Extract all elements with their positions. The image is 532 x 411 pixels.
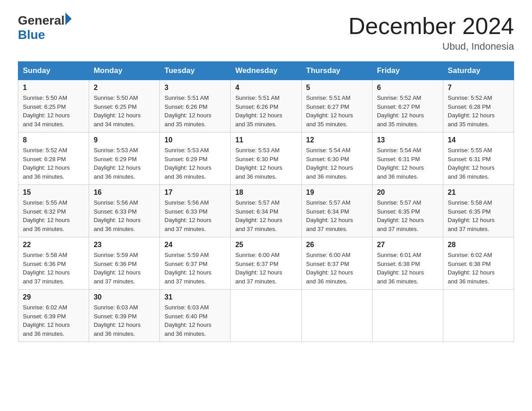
calendar-header: SundayMondayTuesdayWednesdayThursdayFrid… xyxy=(18,62,514,80)
day-number: 3 xyxy=(164,84,226,92)
header-thursday: Thursday xyxy=(301,62,372,80)
header-friday: Friday xyxy=(372,62,443,80)
calendar-cell: 8Sunrise: 5:52 AMSunset: 6:28 PMDaylight… xyxy=(18,133,89,185)
logo: General Blue xyxy=(18,13,72,42)
day-info: Sunrise: 6:02 AMSunset: 6:38 PMDaylight:… xyxy=(448,251,509,286)
calendar-cell: 6Sunrise: 5:52 AMSunset: 6:27 PMDaylight… xyxy=(372,80,443,133)
calendar-cell: 22Sunrise: 5:58 AMSunset: 6:36 PMDayligh… xyxy=(18,237,89,290)
day-info: Sunrise: 5:51 AMSunset: 6:26 PMDaylight:… xyxy=(164,94,226,128)
day-number: 31 xyxy=(164,293,226,301)
week-row-4: 22Sunrise: 5:58 AMSunset: 6:36 PMDayligh… xyxy=(18,237,514,290)
day-info: Sunrise: 6:03 AMSunset: 6:39 PMDaylight:… xyxy=(94,303,155,338)
calendar-cell xyxy=(301,290,372,342)
day-number: 6 xyxy=(377,84,438,92)
week-row-5: 29Sunrise: 6:02 AMSunset: 6:39 PMDayligh… xyxy=(18,290,514,342)
calendar-cell: 27Sunrise: 6:01 AMSunset: 6:38 PMDayligh… xyxy=(372,237,443,290)
calendar-cell: 13Sunrise: 5:54 AMSunset: 6:31 PMDayligh… xyxy=(372,133,443,185)
day-number: 12 xyxy=(306,136,368,144)
day-info: Sunrise: 6:03 AMSunset: 6:40 PMDaylight:… xyxy=(164,303,226,338)
day-info: Sunrise: 5:58 AMSunset: 6:35 PMDaylight:… xyxy=(448,198,509,233)
header-row: SundayMondayTuesdayWednesdayThursdayFrid… xyxy=(18,62,514,80)
page-header: General Blue December 2024 Ubud, Indones… xyxy=(18,13,514,52)
day-info: Sunrise: 5:57 AMSunset: 6:34 PMDaylight:… xyxy=(235,198,296,233)
month-title: December 2024 xyxy=(348,13,514,39)
header-wednesday: Wednesday xyxy=(231,62,301,80)
calendar-cell: 2Sunrise: 5:50 AMSunset: 6:25 PMDaylight… xyxy=(89,80,160,133)
day-info: Sunrise: 5:56 AMSunset: 6:33 PMDaylight:… xyxy=(94,198,155,233)
day-info: Sunrise: 5:55 AMSunset: 6:31 PMDaylight:… xyxy=(448,146,509,181)
calendar-table: SundayMondayTuesdayWednesdayThursdayFrid… xyxy=(18,61,514,342)
header-tuesday: Tuesday xyxy=(160,62,231,80)
day-info: Sunrise: 5:51 AMSunset: 6:26 PMDaylight:… xyxy=(235,94,296,128)
header-saturday: Saturday xyxy=(443,62,514,80)
day-number: 18 xyxy=(235,188,296,197)
calendar-cell: 1Sunrise: 5:50 AMSunset: 6:25 PMDaylight… xyxy=(18,80,89,133)
calendar-cell: 20Sunrise: 5:57 AMSunset: 6:35 PMDayligh… xyxy=(372,185,443,237)
day-info: Sunrise: 5:53 AMSunset: 6:29 PMDaylight:… xyxy=(94,146,155,181)
calendar-cell: 23Sunrise: 5:59 AMSunset: 6:36 PMDayligh… xyxy=(89,237,160,290)
day-number: 28 xyxy=(448,241,509,249)
logo-blue-text: Blue xyxy=(18,28,45,42)
calendar-cell: 10Sunrise: 5:53 AMSunset: 6:29 PMDayligh… xyxy=(160,133,231,185)
calendar-cell: 26Sunrise: 6:00 AMSunset: 6:37 PMDayligh… xyxy=(301,237,372,290)
day-number: 24 xyxy=(164,241,226,249)
day-info: Sunrise: 5:58 AMSunset: 6:36 PMDaylight:… xyxy=(23,251,84,286)
calendar-cell: 15Sunrise: 5:55 AMSunset: 6:32 PMDayligh… xyxy=(18,185,89,237)
calendar-cell: 28Sunrise: 6:02 AMSunset: 6:38 PMDayligh… xyxy=(443,237,514,290)
day-number: 2 xyxy=(94,84,155,92)
week-row-2: 8Sunrise: 5:52 AMSunset: 6:28 PMDaylight… xyxy=(18,133,514,185)
calendar-cell xyxy=(443,290,514,342)
calendar-cell: 5Sunrise: 5:51 AMSunset: 6:27 PMDaylight… xyxy=(301,80,372,133)
day-number: 17 xyxy=(164,188,226,197)
week-row-3: 15Sunrise: 5:55 AMSunset: 6:32 PMDayligh… xyxy=(18,185,514,237)
calendar-cell: 16Sunrise: 5:56 AMSunset: 6:33 PMDayligh… xyxy=(89,185,160,237)
calendar-cell: 12Sunrise: 5:54 AMSunset: 6:30 PMDayligh… xyxy=(301,133,372,185)
calendar-cell xyxy=(372,290,443,342)
day-number: 25 xyxy=(235,241,296,249)
day-number: 10 xyxy=(164,136,226,144)
day-number: 20 xyxy=(377,188,438,197)
day-info: Sunrise: 5:55 AMSunset: 6:32 PMDaylight:… xyxy=(23,198,84,233)
calendar-cell: 18Sunrise: 5:57 AMSunset: 6:34 PMDayligh… xyxy=(231,185,301,237)
day-number: 15 xyxy=(23,188,84,197)
calendar-cell: 11Sunrise: 5:53 AMSunset: 6:30 PMDayligh… xyxy=(231,133,301,185)
day-info: Sunrise: 6:02 AMSunset: 6:39 PMDaylight:… xyxy=(23,303,84,338)
day-info: Sunrise: 5:56 AMSunset: 6:33 PMDaylight:… xyxy=(164,198,226,233)
day-number: 1 xyxy=(23,84,84,92)
day-number: 23 xyxy=(94,241,155,249)
day-number: 27 xyxy=(377,241,438,249)
day-info: Sunrise: 5:54 AMSunset: 6:30 PMDaylight:… xyxy=(306,146,368,181)
day-number: 19 xyxy=(306,188,368,197)
calendar-body: 1Sunrise: 5:50 AMSunset: 6:25 PMDaylight… xyxy=(18,80,514,342)
week-row-1: 1Sunrise: 5:50 AMSunset: 6:25 PMDaylight… xyxy=(18,80,514,133)
day-number: 7 xyxy=(448,84,509,92)
calendar-cell xyxy=(231,290,301,342)
day-number: 14 xyxy=(448,136,509,144)
day-info: Sunrise: 5:52 AMSunset: 6:27 PMDaylight:… xyxy=(377,94,438,128)
calendar-cell: 30Sunrise: 6:03 AMSunset: 6:39 PMDayligh… xyxy=(89,290,160,342)
day-info: Sunrise: 5:53 AMSunset: 6:29 PMDaylight:… xyxy=(164,146,226,181)
day-number: 9 xyxy=(94,136,155,144)
day-info: Sunrise: 5:59 AMSunset: 6:36 PMDaylight:… xyxy=(94,251,155,286)
day-info: Sunrise: 5:52 AMSunset: 6:28 PMDaylight:… xyxy=(448,94,509,128)
location-label: Ubud, Indonesia xyxy=(348,41,514,52)
title-area: December 2024 Ubud, Indonesia xyxy=(348,13,514,52)
day-info: Sunrise: 5:57 AMSunset: 6:34 PMDaylight:… xyxy=(306,198,368,233)
calendar-cell: 17Sunrise: 5:56 AMSunset: 6:33 PMDayligh… xyxy=(160,185,231,237)
header-monday: Monday xyxy=(89,62,160,80)
day-number: 16 xyxy=(94,188,155,197)
calendar-cell: 21Sunrise: 5:58 AMSunset: 6:35 PMDayligh… xyxy=(443,185,514,237)
day-number: 8 xyxy=(23,136,84,144)
calendar-cell: 29Sunrise: 6:02 AMSunset: 6:39 PMDayligh… xyxy=(18,290,89,342)
day-info: Sunrise: 5:52 AMSunset: 6:28 PMDaylight:… xyxy=(23,146,84,181)
calendar-cell: 9Sunrise: 5:53 AMSunset: 6:29 PMDaylight… xyxy=(89,133,160,185)
header-sunday: Sunday xyxy=(18,62,89,80)
calendar-cell: 24Sunrise: 5:59 AMSunset: 6:37 PMDayligh… xyxy=(160,237,231,290)
day-number: 29 xyxy=(23,293,84,301)
day-number: 13 xyxy=(377,136,438,144)
day-number: 22 xyxy=(23,241,84,249)
calendar-cell: 14Sunrise: 5:55 AMSunset: 6:31 PMDayligh… xyxy=(443,133,514,185)
day-info: Sunrise: 5:50 AMSunset: 6:25 PMDaylight:… xyxy=(23,94,84,128)
calendar-cell: 7Sunrise: 5:52 AMSunset: 6:28 PMDaylight… xyxy=(443,80,514,133)
calendar-cell: 4Sunrise: 5:51 AMSunset: 6:26 PMDaylight… xyxy=(231,80,301,133)
